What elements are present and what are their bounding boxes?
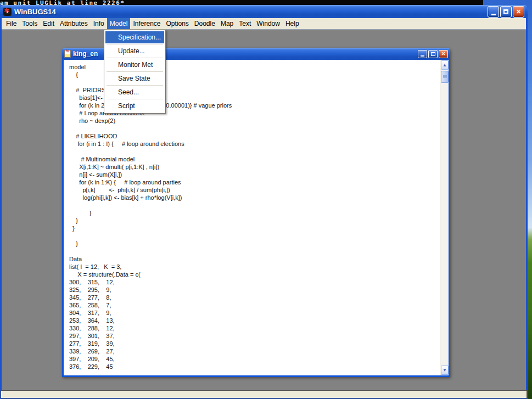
document-title: king_en	[73, 50, 98, 58]
menu-doodle[interactable]: Doodle	[192, 18, 218, 29]
menu-item-update[interactable]: Update...	[104, 45, 165, 57]
menu-edit[interactable]: Edit	[40, 18, 57, 29]
mdi-client-area: king_en ✕ model { # PRIORS bias[1]<- 0 f…	[2, 30, 526, 395]
menu-separator	[107, 44, 163, 44]
menu-separator	[107, 71, 163, 72]
doc-maximize-button[interactable]	[428, 50, 438, 58]
close-button[interactable]: ✕	[513, 6, 524, 18]
doc-minimize-button[interactable]	[418, 50, 427, 58]
menu-info[interactable]: Info	[91, 18, 107, 29]
app-titlebar[interactable]: WinBUGS14 ✕	[0, 5, 528, 18]
maximize-icon	[503, 9, 508, 14]
minimize-icon	[491, 14, 496, 15]
menu-separator	[107, 99, 163, 99]
maximize-button[interactable]	[500, 6, 512, 18]
menu-separator	[107, 58, 163, 58]
menu-item-script[interactable]: Script	[104, 100, 165, 112]
scroll-up-button[interactable]: ▲	[441, 60, 449, 70]
console-text: am unit LUGLik at line 2226*	[0, 0, 125, 5]
menu-text[interactable]: Text	[236, 18, 254, 29]
model-menu-dropdown: Specification... Update... Monitor Met S…	[104, 30, 166, 114]
menu-tools[interactable]: Tools	[19, 18, 40, 29]
menu-attributes[interactable]: Attributes	[57, 18, 91, 29]
maximize-icon	[431, 52, 435, 56]
doc-close-button[interactable]: ✕	[439, 50, 448, 58]
menu-map[interactable]: Map	[218, 18, 236, 29]
document-icon	[64, 50, 71, 58]
vertical-scrollbar[interactable]: ▲ ▼	[440, 60, 449, 375]
background-console-window: am unit LUGLik at line 2226*	[0, 0, 483, 5]
winbugs-window: WinBUGS14 ✕ File Tools Edit Attributes I…	[0, 5, 528, 399]
scroll-down-button[interactable]: ▼	[441, 366, 449, 375]
menu-window[interactable]: Window	[254, 18, 283, 29]
minimize-icon	[421, 55, 424, 57]
menu-help[interactable]: Help	[283, 18, 302, 29]
scrollbar-thumb[interactable]	[441, 71, 449, 83]
menu-options[interactable]: Options	[164, 18, 192, 29]
app-title: WinBUGS14	[14, 8, 56, 16]
menu-separator	[107, 85, 163, 86]
desktop: am unit LUGLik at line 2226* WinBUGS14 ✕…	[0, 0, 532, 399]
menu-item-monitor-met[interactable]: Monitor Met	[104, 59, 165, 71]
menu-item-specification[interactable]: Specification...	[105, 31, 164, 43]
menu-bar: File Tools Edit Attributes Info Model In…	[2, 18, 526, 30]
menu-item-seed[interactable]: Seed...	[104, 86, 165, 98]
minimize-button[interactable]	[488, 6, 499, 18]
menu-file[interactable]: File	[3, 18, 19, 29]
menu-inference[interactable]: Inference	[130, 18, 163, 29]
winbugs-app-icon	[3, 8, 12, 16]
menu-item-save-state[interactable]: Save State	[104, 72, 165, 85]
menu-model[interactable]: Model	[107, 18, 131, 29]
status-bar	[1, 390, 527, 398]
